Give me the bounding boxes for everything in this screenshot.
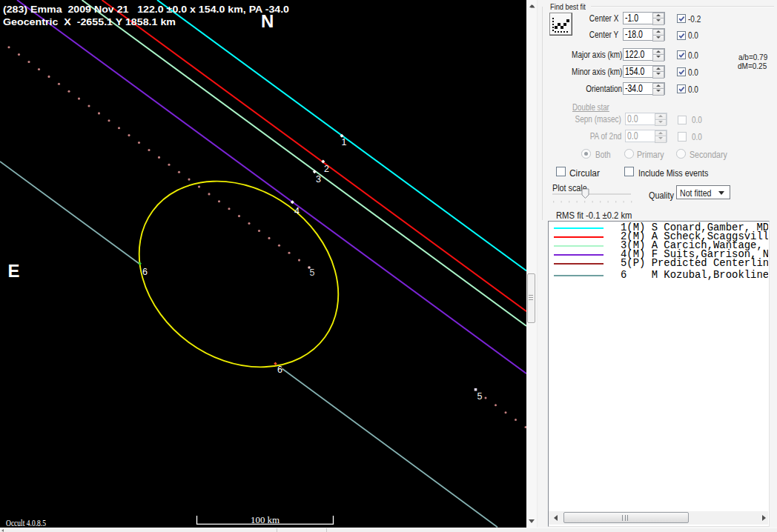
svg-text:5: 5 (477, 391, 483, 402)
svg-text:Occult 4.0.8.5: Occult 4.0.8.5 (6, 518, 46, 528)
svg-text:1: 1 (342, 137, 347, 147)
svg-text:6: 6 (142, 267, 148, 277)
svg-text:6: 6 (277, 365, 282, 375)
svg-text:E: E (8, 261, 20, 281)
svg-text:5: 5 (310, 267, 315, 278)
svg-text:4: 4 (294, 206, 300, 216)
svg-text:N: N (261, 11, 274, 31)
svg-text:Geocentric X -2655.1 Y 1858.: Geocentric X -2655.1 Y 1858.1 km (3, 16, 176, 27)
svg-text:100 km: 100 km (251, 515, 280, 525)
svg-text:2: 2 (324, 164, 329, 174)
svg-text:3: 3 (316, 174, 321, 184)
svg-text:(283) Emma 2009 Nov 21 122.: (283) Emma 2009 Nov 21 122.0 ±0.0 x 154.… (3, 4, 289, 15)
